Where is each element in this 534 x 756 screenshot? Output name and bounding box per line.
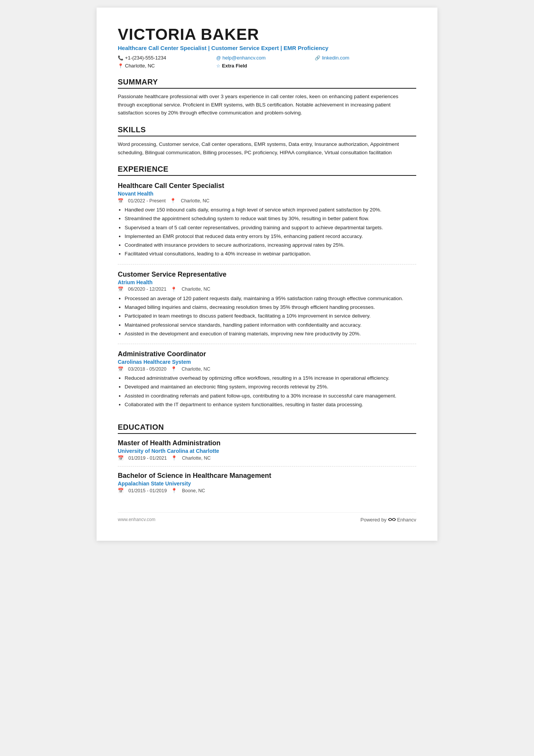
bullet-item: Processed an average of 120 patient requ… [125,294,416,303]
link-icon: 🔗 [315,55,320,61]
phone-item: 📞 +1-(234)-555-1234 [118,55,216,61]
experience-list: Healthcare Call Center Specialist Novant… [118,182,416,415]
summary-section: SUMMARY Passionate healthcare profession… [118,78,416,117]
header: VICTORIA BAKER Healthcare Call Center Sp… [118,26,416,69]
brand-name: Enhancv [397,517,416,523]
edu-meta: 📅 01/2015 - 01/2019 📍 Boone, NC [118,488,416,493]
edu-dates: 01/2015 - 01/2019 [128,488,167,493]
job-title: Administrative Coordinator [118,350,416,358]
job-bullets: Processed an average of 120 patient requ… [118,294,416,338]
education-list: Master of Health Administration Universi… [118,439,416,499]
education-heading: EDUCATION [118,423,416,434]
enhancv-logo: Enhancv [388,517,416,523]
candidate-title: Healthcare Call Center Specialist | Cust… [118,45,416,51]
edu-location-icon: 📍 [171,488,177,493]
summary-heading: SUMMARY [118,78,416,89]
phone-number: +1-(234)-555-1234 [125,55,166,61]
phone-icon: 📞 [118,55,123,61]
edu-calendar-icon: 📅 [118,488,124,493]
calendar-icon: 📅 [118,198,123,203]
location-item: 📍 Charlotte, NC [118,63,216,69]
job-location: Charlotte, NC [181,286,210,292]
email-item: @ help@enhancv.com [216,55,315,61]
job-bullets: Handled over 150 inbound calls daily, en… [118,206,416,258]
edu-location: Boone, NC [182,488,205,493]
job-meta: 📅 03/2018 - 05/2020 📍 Charlotte, NC [118,366,416,372]
edu-degree: Master of Health Administration [118,439,416,447]
job-dates: 06/2020 - 12/2021 [128,286,166,292]
linkedin-url[interactable]: linkedin.com [322,55,349,61]
linkedin-item: 🔗 linkedin.com [315,55,413,61]
job-location: Charlotte, NC [181,366,210,372]
candidate-name: VICTORIA BAKER [118,26,416,43]
edu-calendar-icon: 📅 [118,455,124,461]
email-icon: @ [216,55,221,61]
edu-school: University of North Carolina at Charlott… [118,448,416,454]
experience-entry: Healthcare Call Center Specialist Novant… [118,182,416,265]
star-icon: ☆ [216,63,220,69]
experience-heading: EXPERIENCE [118,165,416,176]
email-address[interactable]: help@enhancv.com [222,55,265,61]
experience-entry: Administrative Coordinator Carolinas Hea… [118,350,416,415]
calendar-icon: 📅 [118,366,123,372]
education-section: EDUCATION Master of Health Administratio… [118,423,416,499]
contact-row: 📞 +1-(234)-555-1234 @ help@enhancv.com 🔗… [118,55,416,69]
footer: www.enhancv.com Powered by Enhancv [118,512,416,523]
job-dates: 03/2018 - 05/2020 [128,366,166,372]
edu-dates: 01/2019 - 01/2021 [128,455,167,461]
summary-text: Passionate healthcare professional with … [118,92,416,117]
job-company: Carolinas Healthcare System [118,359,416,365]
education-entry: Master of Health Administration Universi… [118,439,416,466]
location-text: Charlotte, NC [125,63,155,69]
edu-degree: Bachelor of Science in Healthcare Manage… [118,472,416,480]
bullet-item: Participated in team meetings to discuss… [125,312,416,320]
calendar-icon: 📅 [118,286,123,292]
job-company: Novant Health [118,191,416,197]
edu-meta: 📅 01/2019 - 01/2021 📍 Charlotte, NC [118,455,416,461]
edu-location: Charlotte, NC [182,455,211,461]
job-location: Charlotte, NC [181,198,209,203]
experience-section: EXPERIENCE Healthcare Call Center Specia… [118,165,416,415]
job-location-icon: 📍 [171,286,177,292]
extra-field-label: Extra Field [222,63,247,69]
bullet-item: Facilitated virtual consultations, leadi… [125,250,416,258]
skills-section: SKILLS Word processing, Customer service… [118,125,416,157]
bullet-item: Collaborated with the IT department to e… [125,401,416,409]
enhancv-logo-svg [388,517,396,523]
job-meta: 📅 01/2022 - Present 📍 Charlotte, NC [118,198,416,203]
bullet-item: Coordinated with insurance providers to … [125,241,416,249]
job-location-icon: 📍 [171,366,177,372]
bullet-item: Streamlined the appointment scheduling s… [125,214,416,223]
edu-school: Appalachian State University [118,481,416,487]
education-entry: Bachelor of Science in Healthcare Manage… [118,472,416,499]
skills-heading: SKILLS [118,125,416,136]
location-icon: 📍 [118,63,123,69]
job-location-icon: 📍 [170,198,176,203]
job-dates: 01/2022 - Present [128,198,166,203]
bullet-item: Maintained professional service standard… [125,321,416,329]
footer-website: www.enhancv.com [118,517,155,522]
bullet-item: Assisted in coordinating referrals and p… [125,392,416,400]
job-meta: 📅 06/2020 - 12/2021 📍 Charlotte, NC [118,286,416,292]
job-title: Customer Service Representative [118,271,416,279]
skills-text: Word processing, Customer service, Call … [118,140,416,157]
footer-brand: Powered by Enhancv [361,517,416,523]
bullet-item: Reduced administrative overhead by optim… [125,374,416,382]
extra-field-item: ☆ Extra Field [216,63,315,69]
powered-by-label: Powered by [361,517,387,523]
edu-location-icon: 📍 [171,455,177,461]
bullet-item: Managed billing inquiries and claims, de… [125,303,416,311]
job-company: Atrium Health [118,279,416,285]
resume-container: VICTORIA BAKER Healthcare Call Center Sp… [97,8,437,541]
bullet-item: Handled over 150 inbound calls daily, en… [125,206,416,214]
bullet-item: Implemented an EMR protocol that reduced… [125,232,416,241]
bullet-item: Assisted in the development and executio… [125,330,416,338]
job-bullets: Reduced administrative overhead by optim… [118,374,416,409]
bullet-item: Developed and maintained an electronic f… [125,383,416,391]
experience-entry: Customer Service Representative Atrium H… [118,271,416,344]
bullet-item: Supervised a team of 5 call center repre… [125,224,416,232]
job-title: Healthcare Call Center Specialist [118,182,416,190]
